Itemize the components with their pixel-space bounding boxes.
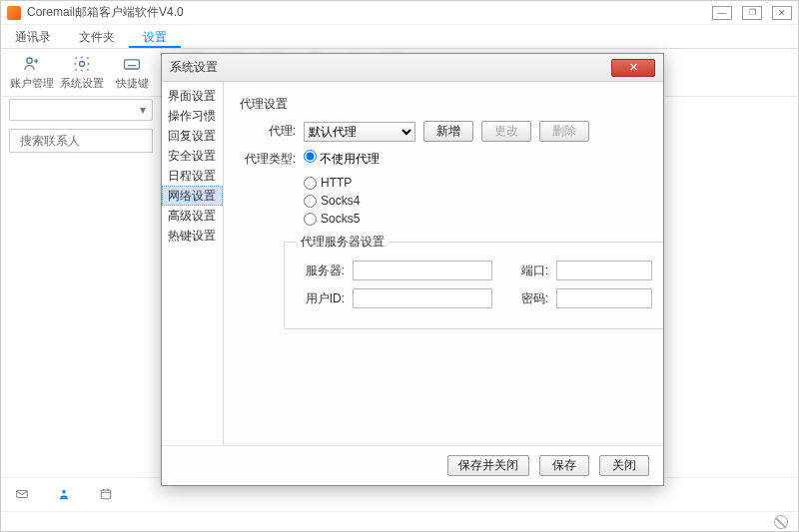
mail-icon[interactable] [13, 487, 31, 501]
blocked-icon[interactable] [774, 515, 788, 529]
nav-item-ui[interactable]: 界面设置 [162, 86, 223, 106]
proxy-type-http[interactable]: HTTP [304, 176, 647, 190]
proxy-modify-button[interactable]: 更改 [481, 121, 531, 142]
svg-rect-2 [125, 60, 140, 69]
server-input[interactable] [353, 261, 492, 280]
save-button[interactable]: 保存 [539, 455, 589, 476]
nav-item-schedule[interactable]: 日程设置 [162, 166, 223, 186]
proxy-section-title: 代理设置 [240, 96, 647, 113]
password-input[interactable] [556, 288, 652, 308]
nav-item-habit[interactable]: 操作习惯 [162, 106, 223, 126]
window-close-button[interactable] [772, 6, 792, 20]
proxy-type-socks4[interactable]: Socks4 [304, 194, 647, 208]
nav-item-security[interactable]: 安全设置 [162, 146, 223, 166]
toolbar-shortcut-button[interactable]: 快捷键 [109, 52, 155, 93]
tab-folders[interactable]: 文件夹 [65, 25, 129, 48]
toolbar-account-button[interactable]: 账户管理 [9, 52, 55, 93]
server-label: 服务器: [297, 263, 345, 279]
proxy-delete-button[interactable]: 删除 [539, 121, 589, 142]
app-icon [7, 6, 21, 20]
status-bar [1, 511, 798, 531]
keyboard-icon [122, 54, 142, 74]
userid-input[interactable] [353, 288, 492, 308]
svg-rect-6 [101, 489, 110, 498]
port-input[interactable] [556, 261, 652, 280]
main-tabs: 通讯录 文件夹 设置 [1, 25, 798, 49]
search-input[interactable] [20, 134, 170, 148]
toolbar-system-settings-button[interactable]: 系统设置 [59, 52, 105, 93]
calendar-icon[interactable] [97, 487, 115, 501]
dialog-nav: 界面设置 操作习惯 回复设置 安全设置 日程设置 网络设置 高级设置 热键设置 [162, 82, 224, 445]
nav-item-reply[interactable]: 回复设置 [162, 126, 223, 146]
search-contacts-field[interactable] [9, 129, 153, 153]
gear-icon [72, 54, 92, 74]
nav-item-network[interactable]: 网络设置 [162, 186, 223, 206]
proxy-type-label: 代理类型: [240, 151, 296, 168]
proxy-label: 代理: [240, 123, 296, 140]
tab-settings[interactable]: 设置 [129, 25, 181, 48]
toolbar-shortcut-label: 快捷键 [116, 76, 149, 91]
dialog-title: 系统设置 [170, 59, 611, 76]
save-and-close-button[interactable]: 保存并关闭 [447, 455, 529, 476]
password-label: 密码: [500, 290, 548, 307]
proxy-select[interactable]: 默认代理 [304, 122, 415, 142]
close-button[interactable]: 关闭 [599, 455, 649, 476]
contact-icon[interactable] [55, 487, 73, 501]
proxy-type-socks5[interactable]: Socks5 [304, 212, 647, 226]
dialog-close-button[interactable]: ✕ [611, 59, 655, 77]
nav-item-hotkey[interactable]: 热键设置 [162, 226, 223, 246]
user-plus-icon [22, 54, 42, 74]
tab-contacts[interactable]: 通讯录 [1, 25, 65, 48]
proxy-type-none[interactable]: 不使用代理 [304, 150, 380, 168]
toolbar-system-settings-label: 系统设置 [60, 76, 104, 91]
svg-point-0 [27, 58, 32, 63]
proxy-add-button[interactable]: 新增 [423, 121, 473, 142]
system-settings-dialog: 系统设置 ✕ 界面设置 操作习惯 回复设置 安全设置 日程设置 网络设置 高级设… [161, 53, 664, 486]
svg-point-5 [62, 489, 66, 493]
userid-label: 用户ID: [297, 290, 345, 307]
svg-point-1 [80, 62, 85, 67]
window-minimize-button[interactable] [712, 6, 732, 20]
app-title: Coremail邮箱客户端软件V4.0 [27, 4, 712, 21]
window-maximize-button[interactable] [742, 6, 762, 20]
port-label: 端口: [500, 263, 548, 279]
nav-item-advanced[interactable]: 高级设置 [162, 206, 223, 226]
proxy-server-legend: 代理服务器设置 [297, 234, 389, 251]
toolbar-account-label: 账户管理 [10, 76, 54, 91]
left-dropdown[interactable] [9, 99, 153, 121]
proxy-server-group: 代理服务器设置 服务器: 端口: 用户ID: 密码: [284, 234, 663, 329]
